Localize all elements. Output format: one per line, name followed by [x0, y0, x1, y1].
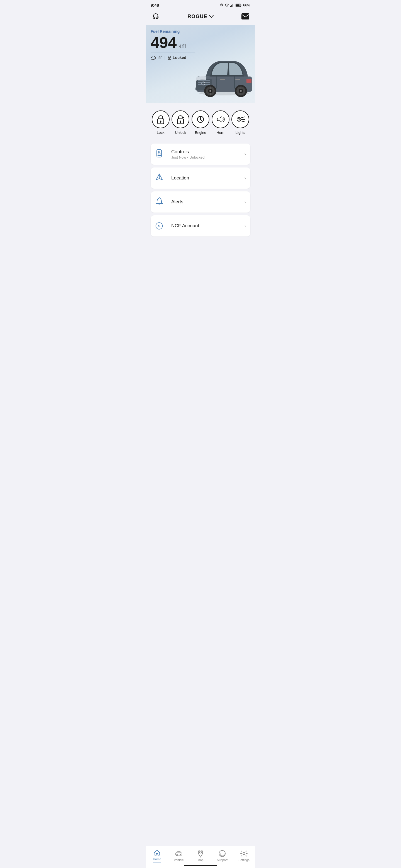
- status-bar: 9:48 66%: [146, 0, 255, 9]
- svg-rect-64: [159, 154, 161, 154]
- svg-rect-3: [230, 6, 231, 7]
- location-chevron: ›: [245, 176, 246, 181]
- svg-point-79: [243, 852, 245, 855]
- nav-vehicle[interactable]: Vehicle: [170, 850, 187, 862]
- svg-rect-6: [234, 4, 234, 7]
- svg-rect-11: [156, 18, 157, 19]
- svg-line-15: [153, 60, 154, 60]
- svg-line-58: [241, 117, 245, 118]
- header: ROGUE: [146, 9, 255, 25]
- svg-point-1: [221, 4, 222, 5]
- lock-status: Locked: [168, 55, 186, 60]
- controls-subtitle: Just Now • Unlocked: [171, 155, 240, 159]
- battery-icon: [236, 4, 242, 7]
- temperature: 5°: [159, 55, 162, 60]
- signal-icon: [230, 4, 234, 7]
- svg-point-17: [169, 58, 170, 59]
- menu-section: Controls Just Now • Unlocked › Location …: [146, 141, 255, 241]
- svg-point-31: [209, 90, 211, 92]
- svg-line-13: [152, 60, 152, 60]
- ncf-title: NCF Account: [171, 223, 240, 229]
- svg-rect-77: [221, 855, 222, 857]
- svg-point-62: [159, 151, 160, 153]
- engine-circle: [192, 111, 209, 128]
- controls-section: Lock Unlock: [146, 103, 255, 141]
- alerts-chevron: ›: [245, 199, 246, 205]
- svg-line-60: [241, 121, 245, 122]
- ncf-menu-item[interactable]: $ NCF Account ›: [151, 215, 250, 237]
- svg-point-57: [238, 119, 240, 120]
- support-icon: [219, 850, 226, 857]
- battery-percent: 66%: [243, 3, 250, 7]
- ncf-text: NCF Account: [171, 223, 240, 229]
- nav-settings[interactable]: Settings: [236, 850, 252, 862]
- alerts-text: Alerts: [171, 199, 240, 205]
- lights-circle: [231, 111, 249, 128]
- location-menu-item[interactable]: Location ›: [151, 167, 250, 189]
- home-icon: [153, 849, 161, 856]
- controls-chevron: ›: [245, 152, 246, 157]
- home-nav-indicator: [153, 862, 161, 862]
- mail-button[interactable]: [240, 11, 250, 22]
- svg-point-39: [240, 90, 242, 92]
- ncf-icon: $: [155, 220, 167, 232]
- unlock-label: Unlock: [175, 130, 186, 135]
- settings-icon: [240, 850, 248, 857]
- svg-rect-12: [242, 13, 249, 19]
- svg-rect-65: [157, 155, 161, 156]
- dropdown-chevron-icon: [209, 15, 213, 18]
- controls-icon: [155, 148, 167, 160]
- svg-point-75: [200, 851, 202, 853]
- headset-icon[interactable]: [151, 11, 161, 22]
- lock-label: Lock: [157, 130, 164, 135]
- svg-rect-70: [156, 854, 158, 855]
- bottom-nav: Home Vehicle Map: [146, 846, 255, 868]
- unlock-circle: [172, 111, 189, 128]
- svg-rect-8: [236, 4, 239, 6]
- status-icons: 66%: [220, 3, 250, 7]
- engine-button[interactable]: Engine: [192, 111, 209, 135]
- horn-button[interactable]: Horn: [212, 111, 229, 135]
- lock-circle: [152, 111, 170, 128]
- hero-section: Fuel Remaining 494 km 5° |: [146, 25, 255, 103]
- weather-lock: 5° | Locked: [151, 55, 250, 60]
- svg-rect-44: [220, 79, 225, 80]
- alerts-title: Alerts: [171, 199, 240, 205]
- alerts-menu-item[interactable]: Alerts ›: [151, 191, 250, 213]
- horn-label: Horn: [217, 130, 224, 135]
- lights-label: Lights: [236, 130, 245, 135]
- fuel-divider: [151, 53, 195, 53]
- nav-home[interactable]: Home: [149, 849, 165, 862]
- support-nav-label: Support: [217, 858, 228, 862]
- controls-title: Controls: [171, 149, 240, 155]
- wifi-icon: [225, 4, 229, 7]
- map-icon: [197, 850, 204, 857]
- controls-menu-item[interactable]: Controls Just Now • Unlocked ›: [151, 144, 250, 165]
- svg-rect-78: [223, 855, 224, 857]
- nav-map[interactable]: Map: [192, 850, 209, 862]
- fuel-unit: km: [178, 42, 186, 50]
- svg-text:$: $: [158, 224, 161, 228]
- horn-circle: [212, 111, 229, 128]
- unlock-button[interactable]: Unlock: [172, 111, 189, 135]
- svg-rect-63: [157, 154, 159, 154]
- nav-support[interactable]: Support: [214, 850, 231, 862]
- status-time: 9:48: [151, 3, 159, 7]
- svg-line-14: [152, 60, 153, 60]
- location-title: Location: [171, 175, 240, 181]
- lights-button[interactable]: Lights: [231, 111, 249, 135]
- svg-rect-5: [232, 4, 233, 7]
- lock-button[interactable]: Lock: [152, 111, 170, 135]
- svg-point-55: [200, 119, 201, 120]
- location-text: Location: [171, 175, 240, 181]
- svg-rect-10: [154, 18, 155, 19]
- vehicle-icon: [175, 850, 182, 857]
- fuel-value: 494: [151, 35, 176, 50]
- weather-icon: [151, 55, 156, 60]
- control-buttons: Lock Unlock: [151, 111, 250, 135]
- controls-text: Controls Just Now • Unlocked: [171, 149, 240, 159]
- settings-nav-label: Settings: [238, 858, 250, 862]
- alerts-icon: [155, 196, 167, 208]
- home-nav-label: Home: [153, 858, 161, 861]
- vehicle-name[interactable]: ROGUE: [188, 13, 213, 20]
